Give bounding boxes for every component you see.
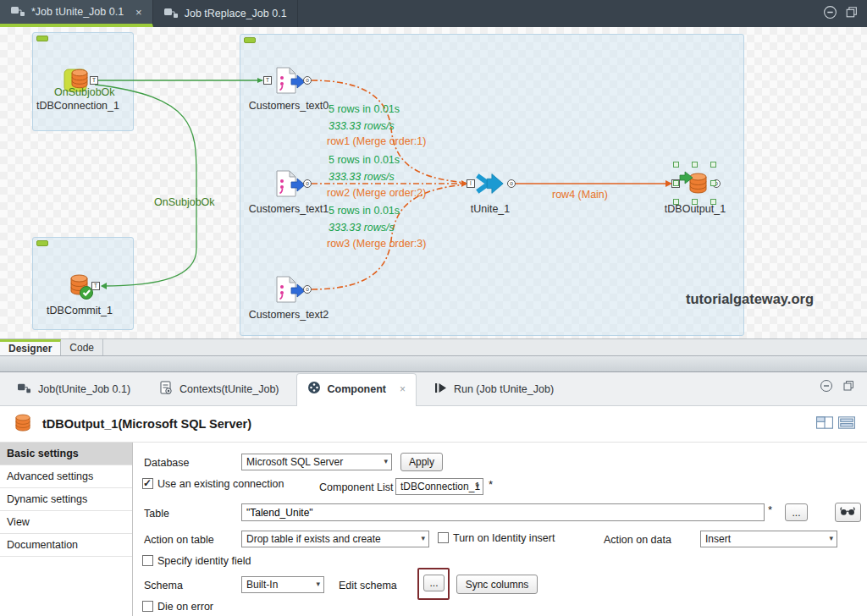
selection-handle[interactable]	[673, 162, 679, 168]
db-commit-icon	[64, 271, 95, 301]
port-trigger[interactable]: T	[90, 76, 98, 85]
tab-job-view-label: Job(tUnite_Job 0.1)	[38, 383, 130, 395]
layout-rows-icon[interactable]	[838, 416, 855, 432]
database-select[interactable]: Microsoft SQL Server	[241, 454, 392, 470]
nav-basic-settings[interactable]: Basic settings	[0, 443, 132, 465]
nav-view[interactable]: View	[0, 511, 132, 534]
port-trigger[interactable]: T	[263, 76, 272, 85]
connection-label-onsubjobok-2[interactable]: OnSubjobOk	[154, 196, 215, 208]
component-panel-title: tDBOutput_1(Microsoft SQL Server)	[42, 417, 251, 431]
schema-select[interactable]: Built-In	[241, 576, 324, 593]
flow-label-row4[interactable]: row4 (Main)	[552, 189, 608, 201]
close-icon[interactable]: ×	[400, 383, 406, 395]
minimize-icon[interactable]	[823, 5, 837, 22]
nav-advanced-settings[interactable]: Advanced settings	[0, 465, 132, 488]
tab-job-treplace[interactable]: Job tReplace_Job 0.1	[153, 0, 298, 27]
port-output[interactable]: o	[303, 285, 312, 294]
connection-label-onsubjobok-1[interactable]: OnSubjobOk	[54, 86, 115, 98]
selection-handle[interactable]	[710, 199, 716, 205]
selection-handle[interactable]	[673, 199, 679, 205]
port-output[interactable]: o	[507, 179, 516, 188]
tab-contexts[interactable]: Contexts(tUnite_Job)	[147, 374, 290, 405]
tab-job-view[interactable]: Job(tUnite_Job 0.1)	[5, 375, 142, 405]
identity-insert-checkbox[interactable]	[438, 532, 449, 543]
tab-designer-label: Designer	[8, 343, 52, 355]
use-existing-connection-label: Use an existing connection	[157, 478, 284, 490]
component-panel-header: tDBOutput_1(Microsoft SQL Server)	[0, 406, 867, 443]
view-tabbar: Job(tUnite_Job 0.1) Contexts(tUnite_Job)…	[0, 372, 867, 406]
die-on-error-label: Die on error	[157, 601, 213, 613]
component-customers-text1[interactable]	[271, 168, 306, 201]
db-output-icon	[12, 412, 34, 437]
use-existing-connection-checkbox[interactable]	[142, 478, 153, 489]
selection-handle[interactable]	[710, 180, 716, 186]
file-input-icon	[271, 65, 306, 96]
panel-sash[interactable]	[0, 355, 867, 372]
nav-documentation[interactable]: Documentation	[0, 534, 132, 557]
action-on-data-select[interactable]: Insert	[700, 531, 837, 547]
specify-identity-label: Specify identity field	[157, 555, 251, 567]
port-output[interactable]: o	[303, 76, 312, 85]
tab-run[interactable]: Run (Job tUnite_Job)	[422, 374, 566, 405]
flow-label-row1[interactable]: row1 (Merge order:1)	[327, 135, 426, 147]
job-icon	[10, 4, 25, 20]
database-label: Database	[144, 457, 190, 469]
component-tdbcommit[interactable]	[64, 271, 95, 304]
component-label: tDBConnection_1	[30, 100, 125, 112]
selection-handle[interactable]	[710, 162, 716, 168]
component-list-select[interactable]: tDBConnection_1	[395, 478, 483, 495]
layout-grid-icon[interactable]	[816, 416, 833, 432]
tab-designer[interactable]: Designer	[0, 339, 61, 355]
table-browse-button[interactable]: ...	[785, 503, 808, 521]
component-tunite[interactable]	[474, 168, 506, 202]
component-customers-text2[interactable]	[271, 274, 306, 307]
connection-onsubjobok-2[interactable]	[95, 85, 196, 286]
tab-component[interactable]: Component ×	[296, 373, 417, 406]
watermark: tutorialgateway.org	[686, 291, 814, 307]
component-list-value: tDBConnection_1	[400, 481, 480, 492]
sync-columns-button[interactable]: Sync columns	[456, 575, 538, 594]
port-trigger[interactable]: T	[91, 282, 100, 290]
design-canvas[interactable]: tDBConnection_1 tDBCommit_1	[0, 27, 867, 338]
connection-row3[interactable]	[312, 184, 466, 289]
component-label: tDBOutput_1	[657, 203, 733, 215]
component-label: Customers_text1	[244, 203, 334, 215]
flow-stat-rate: 333.33 rows/s	[329, 171, 395, 183]
tab-code[interactable]: Code	[61, 339, 103, 355]
die-on-error-checkbox[interactable]	[142, 601, 153, 612]
port-input[interactable]: I	[467, 179, 475, 188]
panel-controls	[820, 379, 862, 405]
selection-handle[interactable]	[673, 180, 679, 186]
flow-label-row2[interactable]: row2 (Merge order:2)	[327, 187, 426, 199]
minimize-icon[interactable]	[820, 379, 833, 395]
table-label: Table	[144, 508, 169, 520]
guess-query-button[interactable]	[835, 503, 861, 522]
component-panel-body: Basic settings Advanced settings Dynamic…	[0, 443, 867, 616]
specify-identity-checkbox[interactable]	[142, 555, 153, 566]
edit-schema-label: Edit schema	[339, 580, 397, 591]
selection-handle[interactable]	[692, 162, 698, 168]
component-label: Customers_text0	[244, 100, 334, 112]
nav-dynamic-settings[interactable]: Dynamic settings	[0, 488, 132, 511]
tab-job-tunite[interactable]: *Job tUnite_Job 0.1 ×	[0, 0, 153, 27]
close-icon[interactable]: ×	[135, 6, 142, 19]
table-input[interactable]	[241, 503, 765, 521]
component-icon	[307, 381, 321, 397]
component-customers-text0[interactable]	[271, 65, 306, 98]
maximize-icon[interactable]	[844, 5, 859, 22]
job-tab-label: Job tReplace_Job 0.1	[185, 8, 287, 19]
job-tab-label: *Job tUnite_Job 0.1	[31, 6, 124, 18]
flow-stat-rows: 5 rows in 0.01s	[329, 205, 400, 217]
edit-schema-button[interactable]: ...	[423, 575, 445, 591]
action-on-table-select[interactable]: Drop table if exists and create	[241, 531, 429, 547]
action-on-data-label: Action on data	[604, 534, 671, 546]
selection-handle[interactable]	[692, 199, 698, 205]
component-tdboutput[interactable]	[679, 168, 711, 202]
port-output[interactable]: o	[303, 179, 312, 188]
flow-stat-rate: 333.33 rows/s	[329, 222, 395, 234]
window-controls	[823, 0, 867, 27]
talend-studio-window: *Job tUnite_Job 0.1 × Job tReplace_Job 0…	[0, 0, 867, 616]
maximize-icon[interactable]	[842, 379, 855, 395]
flow-label-row3[interactable]: row3 (Merge order:3)	[327, 238, 426, 250]
apply-button[interactable]: Apply	[400, 453, 443, 471]
